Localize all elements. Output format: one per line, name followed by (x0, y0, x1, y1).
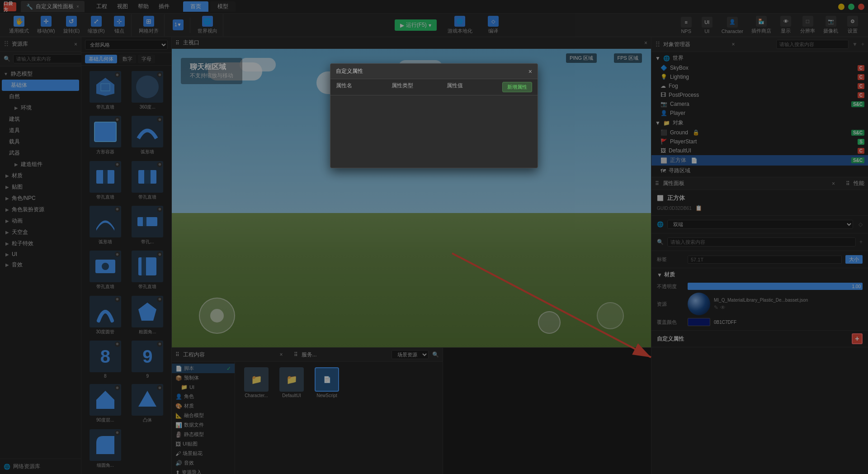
dialog-body (330, 95, 538, 168)
dialog-col-attr-type: 属性类型 (392, 82, 447, 92)
dialog-close-btn[interactable]: × (528, 68, 532, 75)
dialog-col-attr-name: 属性名 (336, 82, 392, 92)
dialog-title-bar: 自定义属性 × (330, 64, 538, 79)
dialog-table-header: 属性名 属性类型 属性值 新增属性 (330, 79, 538, 95)
dialog-add-attr-btn[interactable]: 新增属性 (502, 82, 532, 92)
dialog-add-btn-container: 新增属性 (502, 82, 532, 92)
dialog-col-attr-value: 属性值 (447, 82, 502, 92)
dialog-overlay[interactable]: 自定义属性 × 属性名 属性类型 属性值 新增属性 (0, 0, 868, 474)
custom-attr-dialog: 自定义属性 × 属性名 属性类型 属性值 新增属性 (330, 63, 538, 168)
dialog-title: 自定义属性 (336, 67, 363, 75)
